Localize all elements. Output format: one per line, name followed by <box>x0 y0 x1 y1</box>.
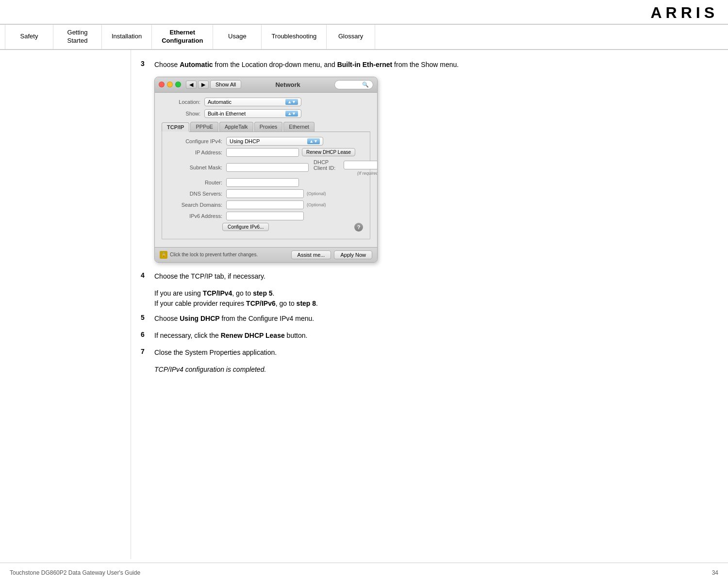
configure-ipv4-label: Configure IPv4: <box>169 138 222 144</box>
nav-item-glossary[interactable]: Glossary <box>327 25 375 49</box>
configure-ipv4-dropdown[interactable]: Using DHCP ▲▼ <box>226 137 323 146</box>
search-domains-label: Search Domains: <box>169 202 222 208</box>
dhcp-hint: (If required) <box>314 171 378 176</box>
step-7-number: 7 <box>141 348 154 355</box>
location-row: Location: Automatic ▲▼ <box>162 98 370 106</box>
step-4-sub: If you are using TCP/IPv4, go to step 5.… <box>154 288 709 309</box>
dialog-tabs: TCP/IP PPPoE AppleTalk Proxies Ethernet <box>162 122 370 132</box>
dns-row: DNS Servers: (Optional) <box>169 189 363 198</box>
ip-address-label: IP Address: <box>169 150 222 155</box>
nav-item-installation[interactable]: Installation <box>102 25 152 49</box>
step-3-number: 3 <box>141 60 154 67</box>
location-dropdown[interactable]: Automatic ▲▼ <box>204 98 301 106</box>
step-7-sub: TCP/IPv4 configuration is completed. <box>154 365 709 375</box>
step-7: 7 Close the System Properties applicatio… <box>141 348 709 358</box>
search-domains-row: Search Domains: (Optional) <box>169 200 363 209</box>
configure-ipv4-row: Configure IPv4: Using DHCP ▲▼ <box>169 137 363 146</box>
subnet-input[interactable] <box>226 163 309 172</box>
step-4-number: 4 <box>141 271 154 279</box>
show-all-button[interactable]: Show All <box>210 80 241 89</box>
dhcp-client-input[interactable] <box>344 161 378 169</box>
subnet-label: Subnet Mask: <box>169 165 222 170</box>
tab-proxies[interactable]: Proxies <box>254 122 283 132</box>
step-7-text: Close the System Properties application. <box>154 348 277 358</box>
page-footer: Touchstone DG860P2 Data Gateway User's G… <box>0 563 728 582</box>
subnet-dhcp-row: Subnet Mask: DHCP Client ID: (If require… <box>169 159 363 176</box>
ipv6-label: IPv6 Address: <box>169 213 222 219</box>
router-label: Router: <box>169 180 222 185</box>
ip-address-row: IP Address: Renew DHCP Lease <box>169 148 363 157</box>
main-content: 3 Choose Automatic from the Location dro… <box>0 50 728 559</box>
renew-dhcp-button[interactable]: Renew DHCP Lease <box>302 148 355 156</box>
configure-ipv4-arrow: ▲▼ <box>307 138 320 144</box>
ip-address-input[interactable] <box>226 148 299 157</box>
lock-area: 🔒 Click the lock to prevent further chan… <box>160 251 288 259</box>
back-button[interactable]: ◀ <box>186 81 197 89</box>
step-3: 3 Choose Automatic from the Location dro… <box>141 60 709 70</box>
step-6: 6 If necessary, click the Renew DHCP Lea… <box>141 331 709 341</box>
step-7-subtext: TCP/IPv4 configuration is completed. <box>154 365 266 375</box>
step-4-subtext: If you are using TCP/IPv4, go to step 5.… <box>154 288 318 309</box>
tab-ethernet[interactable]: Ethernet <box>283 122 314 132</box>
router-input[interactable] <box>226 178 299 187</box>
apply-now-button[interactable]: Apply Now <box>334 250 372 259</box>
ipv6-row: IPv6 Address: <box>169 212 363 220</box>
network-dialog: ◀ ▶ Show All Network 🔍 Location: Automat… <box>154 77 378 263</box>
sidebar <box>0 50 131 559</box>
show-dropdown-arrow: ▲▼ <box>285 111 298 116</box>
dialog-titlebar: ◀ ▶ Show All Network 🔍 <box>155 77 377 93</box>
nav-item-usage[interactable]: Usage <box>213 25 262 49</box>
nav-item-ethernet-configuration[interactable]: EthernetConfiguration <box>152 25 213 49</box>
step-6-number: 6 <box>141 331 154 338</box>
step-4-text: Choose the TCP/IP tab, if necessary. <box>154 271 265 282</box>
page-number: 34 <box>712 569 718 576</box>
show-dropdown[interactable]: Built-in Ethernet ▲▼ <box>204 109 301 118</box>
step-5-text: Choose Using DHCP from the Configure IPv… <box>154 314 314 324</box>
ipv6-input[interactable] <box>226 212 304 220</box>
maximize-button[interactable] <box>175 82 181 87</box>
footer-title: Touchstone DG860P2 Data Gateway User's G… <box>10 569 140 576</box>
nav-item-getting-started[interactable]: GettingStarted <box>53 25 102 49</box>
step-5: 5 Choose Using DHCP from the Configure I… <box>141 314 709 324</box>
content-area: 3 Choose Automatic from the Location dro… <box>131 50 728 559</box>
location-label: Location: <box>162 99 200 105</box>
dialog-title: Network <box>241 81 334 88</box>
nav-item-safety[interactable]: Safety <box>5 25 53 49</box>
step-4: 4 Choose the TCP/IP tab, if necessary. <box>141 271 709 282</box>
help-button[interactable]: ? <box>354 223 363 232</box>
tab-pppoe[interactable]: PPPoE <box>190 122 218 132</box>
subnet-col: Subnet Mask: <box>169 163 309 172</box>
search-domains-optional: (Optional) <box>307 202 326 207</box>
forward-button[interactable]: ▶ <box>198 81 209 89</box>
assist-button[interactable]: Assist me... <box>291 250 331 259</box>
nav-item-troubleshooting[interactable]: Troubleshooting <box>262 25 327 49</box>
arris-logo: ARRIS <box>650 4 718 22</box>
dialog-body: Location: Automatic ▲▼ Show: Built-in Et… <box>155 93 377 247</box>
show-label: Show: <box>162 111 200 116</box>
dialog-footer: 🔒 Click the lock to prevent further chan… <box>155 247 377 262</box>
tab-tcpip[interactable]: TCP/IP <box>162 122 189 132</box>
close-button[interactable] <box>159 82 165 87</box>
step-3-text: Choose Automatic from the Location drop-… <box>154 60 459 70</box>
lock-icon[interactable]: 🔒 <box>160 251 167 259</box>
step-5-number: 5 <box>141 314 154 321</box>
dns-optional: (Optional) <box>307 191 326 196</box>
lock-text: Click the lock to prevent further change… <box>170 252 258 257</box>
dialog-search[interactable]: 🔍 <box>334 80 373 89</box>
router-row: Router: <box>169 178 363 187</box>
location-dropdown-arrow: ▲▼ <box>285 99 298 105</box>
step-6-text: If necessary, click the Renew DHCP Lease… <box>154 331 307 341</box>
tab-appletalk[interactable]: AppleTalk <box>219 122 253 132</box>
header: ARRIS <box>0 0 728 24</box>
dialog-form-area: Configure IPv4: Using DHCP ▲▼ IP Address… <box>162 132 370 239</box>
minimize-button[interactable] <box>167 82 173 87</box>
dhcp-client-label: DHCP Client ID: <box>314 159 342 171</box>
dns-input[interactable] <box>226 189 304 198</box>
configure-ipv6-row: Configure IPv6... ? <box>169 223 363 232</box>
dhcp-client-col: DHCP Client ID: (If required) <box>309 159 378 176</box>
dns-label: DNS Servers: <box>169 191 222 197</box>
search-domains-input[interactable] <box>226 200 304 209</box>
configure-ipv6-button[interactable]: Configure IPv6... <box>222 223 269 231</box>
navigation: Safety GettingStarted Installation Ether… <box>0 24 728 50</box>
ip-address-area: Renew DHCP Lease <box>226 148 355 157</box>
